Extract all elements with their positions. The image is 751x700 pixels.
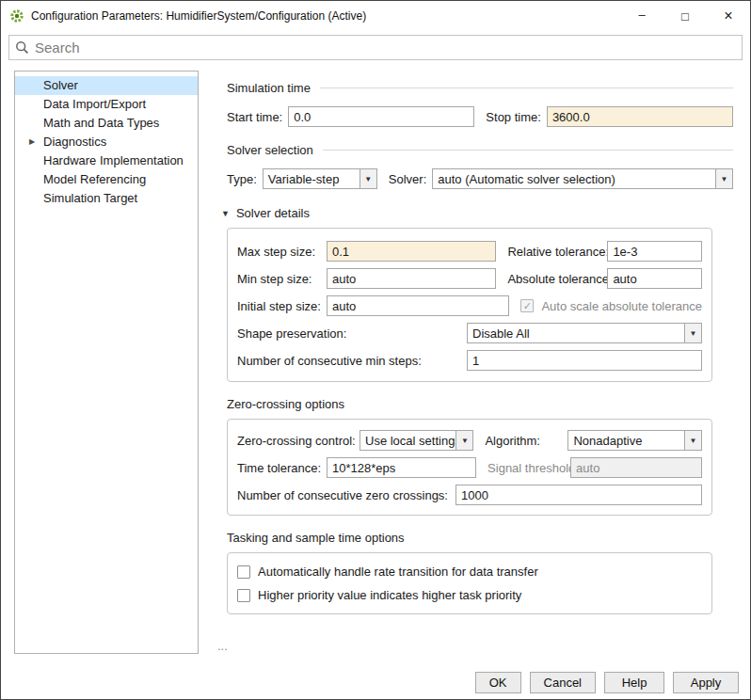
solver-details-group: Max step size: Relative tolerance: Min s… — [227, 228, 712, 382]
sidebar-item-solver[interactable]: Solver — [15, 76, 198, 95]
close-button[interactable]: × — [707, 1, 750, 31]
solver-dropdown[interactable]: auto (Automatic solver selection) ▼ — [432, 168, 733, 189]
minimize-button[interactable]: – — [620, 1, 663, 31]
max-step-size-field[interactable] — [327, 241, 496, 262]
section-zero-crossing: Zero-crossing options — [227, 397, 733, 411]
search-bar — [8, 35, 743, 60]
relative-tolerance-field[interactable] — [607, 241, 702, 262]
sidebar-item-label: Data Import/Export — [43, 97, 146, 111]
ok-button[interactable]: OK — [475, 672, 521, 693]
zero-crossing-control-value: Use local settings — [360, 434, 455, 448]
type-dropdown[interactable]: Variable-step ▼ — [263, 168, 377, 189]
rate-transition-checkbox[interactable] — [237, 565, 250, 579]
type-value: Variable-step — [264, 172, 360, 186]
help-button[interactable]: Help — [604, 672, 664, 693]
category-sidebar: Solver Data Import/Export Math and Data … — [14, 71, 199, 654]
relative-tolerance-label: Relative tolerance: — [496, 245, 607, 259]
maximize-button[interactable]: □ — [663, 1, 707, 31]
dropdown-arrow-icon[interactable]: ▼ — [684, 431, 701, 450]
section-title: Solver selection — [227, 143, 313, 157]
section-simulation-time: Simulation time — [227, 81, 733, 95]
sidebar-item-label: Diagnostics — [43, 135, 106, 149]
consecutive-min-steps-row: Number of consecutive min steps: — [237, 350, 702, 371]
initial-step-size-field[interactable] — [327, 295, 509, 316]
time-tolerance-label: Time tolerance: — [237, 461, 327, 475]
window-title: Configuration Parameters: HumidifierSyst… — [31, 9, 620, 23]
dropdown-arrow-icon[interactable]: ▼ — [455, 431, 472, 450]
apply-button[interactable]: Apply — [673, 672, 739, 693]
signal-threshold-label: Signal threshold: — [476, 461, 570, 475]
shape-preservation-dropdown[interactable]: Disable All ▼ — [467, 323, 702, 343]
auto-scale-checkbox: ✓ — [520, 299, 534, 312]
algorithm-dropdown[interactable]: Nonadaptive ▼ — [567, 430, 702, 451]
consecutive-zero-crossings-row: Number of consecutive zero crossings: — [237, 485, 702, 505]
rate-transition-row: Automatically handle rate transition for… — [237, 565, 702, 579]
sidebar-item-hardware-implementation[interactable]: Hardware Implementation — [15, 151, 198, 170]
sidebar-item-simulation-target[interactable]: Simulation Target — [15, 189, 198, 208]
close-icon: × — [724, 8, 732, 24]
cancel-button[interactable]: Cancel — [530, 672, 596, 693]
absolute-tolerance-field[interactable] — [607, 268, 702, 289]
more-indicator: ... — [217, 639, 743, 653]
simulink-config-icon — [8, 8, 25, 24]
time-tolerance-row: Time tolerance: Signal threshold: — [237, 457, 702, 478]
shape-preservation-value: Disable All — [468, 326, 684, 341]
tasking-group: Automatically handle rate transition for… — [227, 552, 712, 614]
zero-crossing-control-dropdown[interactable]: Use local settings ▼ — [360, 430, 473, 451]
solver-label: Solver: — [389, 172, 426, 186]
section-rule — [320, 88, 733, 88]
solver-value: auto (Automatic solver selection) — [433, 172, 715, 186]
zero-crossing-group: Zero-crossing control: Use local setting… — [227, 419, 712, 516]
time-tolerance-field[interactable] — [327, 457, 476, 478]
dialog-footer: OK Cancel Help Apply — [475, 672, 739, 693]
sidebar-item-math-and-data-types[interactable]: Math and Data Types — [15, 114, 198, 133]
search-input[interactable] — [35, 40, 736, 56]
rate-transition-label: Automatically handle rate transition for… — [258, 565, 538, 579]
expand-arrow-icon[interactable]: ▶ — [29, 133, 35, 151]
stop-time-field[interactable] — [547, 106, 733, 127]
sidebar-item-label: Model Referencing — [43, 172, 146, 186]
consecutive-zero-crossings-field[interactable] — [455, 485, 702, 505]
max-step-row: Max step size: Relative tolerance: — [237, 241, 702, 262]
sidebar-item-model-referencing[interactable]: Model Referencing — [15, 170, 198, 189]
minimize-icon: – — [638, 8, 645, 22]
titlebar: Configuration Parameters: HumidifierSyst… — [1, 1, 750, 31]
start-time-field[interactable] — [288, 106, 474, 127]
min-step-size-label: Min step size: — [237, 272, 327, 286]
section-rule — [323, 150, 733, 151]
min-step-size-field[interactable] — [327, 268, 496, 289]
signal-threshold-field — [570, 457, 702, 478]
shape-preservation-row: Shape preservation: Disable All ▼ — [237, 323, 702, 343]
initial-step-row: Initial step size: ✓ Auto scale absolute… — [237, 295, 702, 316]
section-solver-selection: Solver selection — [227, 143, 733, 157]
maximize-icon: □ — [681, 9, 689, 24]
type-label: Type: — [227, 172, 257, 186]
solver-details-header[interactable]: ▼ Solver details — [221, 206, 733, 220]
section-title: Simulation time — [227, 81, 311, 95]
dropdown-arrow-icon[interactable]: ▼ — [715, 169, 732, 188]
sidebar-item-data-import-export[interactable]: Data Import/Export — [15, 95, 198, 114]
section-title: Tasking and sample time options — [227, 531, 405, 545]
priority-checkbox[interactable] — [237, 589, 250, 602]
solver-details-title: Solver details — [236, 206, 310, 220]
sidebar-item-label: Math and Data Types — [43, 116, 159, 130]
initial-step-size-label: Initial step size: — [237, 299, 327, 313]
zero-crossing-control-row: Zero-crossing control: Use local setting… — [237, 430, 702, 451]
dropdown-arrow-icon[interactable]: ▼ — [360, 169, 376, 188]
auto-scale-label: Auto scale absolute tolerance — [541, 299, 702, 313]
consecutive-min-steps-label: Number of consecutive min steps: — [237, 354, 467, 368]
zero-crossing-control-label: Zero-crossing control: — [237, 434, 360, 448]
shape-preservation-label: Shape preservation: — [237, 326, 467, 341]
collapse-arrow-icon[interactable]: ▼ — [221, 209, 230, 218]
sidebar-item-label: Simulation Target — [43, 191, 137, 205]
dropdown-arrow-icon[interactable]: ▼ — [684, 324, 701, 342]
section-tasking: Tasking and sample time options — [227, 531, 733, 545]
absolute-tolerance-label: Absolute tolerance: — [496, 272, 607, 286]
sidebar-item-label: Solver — [43, 78, 78, 92]
sidebar-item-diagnostics[interactable]: ▶Diagnostics — [15, 133, 198, 151]
min-step-row: Min step size: Absolute tolerance: — [237, 268, 702, 289]
dialog-content: Solver Data Import/Export Math and Data … — [1, 71, 750, 654]
section-title: Zero-crossing options — [227, 397, 344, 411]
consecutive-min-steps-field[interactable] — [467, 350, 702, 371]
start-time-label: Start time: — [227, 110, 282, 124]
